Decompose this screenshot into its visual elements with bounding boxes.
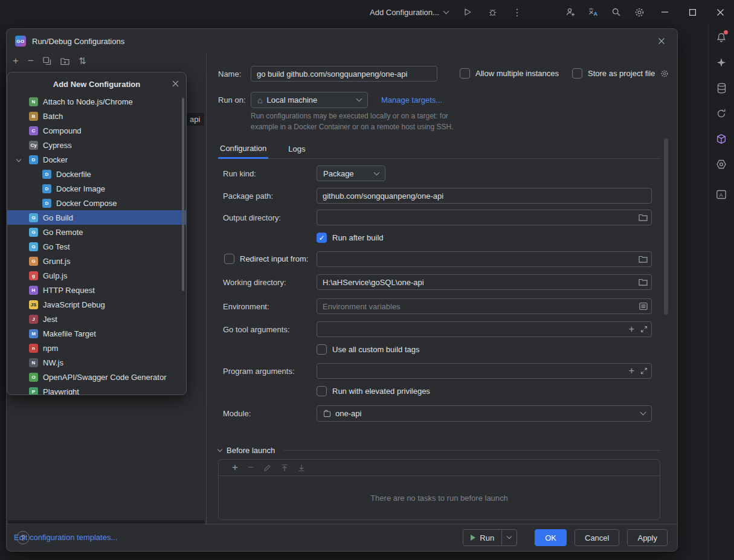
store-as-project-file-checkbox[interactable] bbox=[572, 68, 582, 79]
search-icon[interactable] bbox=[605, 0, 628, 24]
folder-icon[interactable] bbox=[639, 256, 648, 263]
config-type-item[interactable]: NNW.js bbox=[7, 355, 186, 370]
config-type-item[interactable]: JSJavaScript Debug bbox=[7, 297, 186, 312]
tab-configuration[interactable]: Configuration bbox=[218, 139, 268, 159]
add-icon[interactable]: + bbox=[13, 57, 19, 65]
structure-icon[interactable]: A bbox=[714, 187, 729, 202]
chevron-down-icon[interactable] bbox=[16, 157, 21, 162]
run-options-chevron[interactable] bbox=[502, 530, 517, 546]
config-type-item[interactable]: nnpm bbox=[7, 341, 186, 355]
notifications-icon[interactable] bbox=[714, 30, 729, 45]
minimize-icon[interactable] bbox=[651, 0, 678, 24]
popup-scrollbar[interactable] bbox=[182, 98, 184, 291]
add-macro-icon[interactable]: + bbox=[629, 326, 634, 333]
move-down-icon[interactable] bbox=[298, 464, 305, 472]
env-variables-list-icon[interactable] bbox=[639, 302, 648, 311]
edit-task-icon[interactable] bbox=[263, 464, 271, 472]
config-type-item[interactable]: JJest bbox=[7, 312, 186, 326]
run-icon[interactable] bbox=[462, 0, 474, 24]
ai-assistant-icon[interactable] bbox=[714, 56, 729, 70]
chevron-down-icon[interactable] bbox=[217, 446, 222, 451]
output-directory-input[interactable] bbox=[317, 210, 652, 225]
run-after-build-checkbox[interactable] bbox=[317, 233, 327, 243]
form-scrollbar[interactable] bbox=[664, 138, 668, 315]
copy-icon[interactable] bbox=[43, 57, 51, 65]
dependencies-icon[interactable] bbox=[714, 132, 729, 146]
redirect-input-input[interactable] bbox=[317, 251, 652, 267]
config-type-label: Jest bbox=[43, 315, 57, 324]
debug-icon[interactable] bbox=[487, 0, 499, 24]
expand-field-icon[interactable] bbox=[640, 326, 648, 333]
config-type-item[interactable]: GGo Test bbox=[7, 239, 186, 254]
close-icon[interactable] bbox=[706, 0, 734, 24]
dialog-close-icon[interactable] bbox=[654, 34, 669, 48]
package-path-input[interactable] bbox=[317, 188, 652, 204]
translate-icon[interactable]: A bbox=[582, 0, 605, 24]
cancel-button[interactable]: Cancel bbox=[575, 529, 619, 546]
expand-field-icon[interactable] bbox=[640, 367, 648, 375]
database-icon[interactable] bbox=[714, 81, 729, 95]
add-task-icon[interactable]: + bbox=[232, 462, 238, 474]
config-type-item[interactable]: GGo Remote bbox=[7, 225, 186, 239]
config-type-item[interactable]: PPlaywright bbox=[7, 384, 186, 395]
remove-task-icon[interactable]: − bbox=[248, 462, 254, 474]
program-arguments-input[interactable] bbox=[317, 363, 652, 379]
tab-logs[interactable]: Logs bbox=[286, 139, 307, 159]
move-up-icon[interactable] bbox=[281, 464, 288, 472]
more-icon[interactable]: ⋮ bbox=[512, 0, 522, 24]
run-config-selector[interactable]: Add Configuration... bbox=[370, 8, 448, 17]
config-type-item[interactable]: gGulp.js bbox=[7, 268, 186, 283]
custom-build-tags-checkbox[interactable] bbox=[317, 344, 327, 355]
services-icon[interactable] bbox=[714, 157, 729, 172]
sync-icon[interactable] bbox=[714, 106, 729, 121]
config-type-label: NW.js bbox=[43, 358, 63, 367]
run-after-build-label: Run after build bbox=[332, 233, 384, 242]
settings-icon[interactable] bbox=[628, 0, 651, 24]
working-directory-input[interactable] bbox=[317, 274, 652, 290]
new-folder-icon[interactable] bbox=[60, 57, 69, 65]
run-on-select[interactable]: ⌂ Local machine bbox=[251, 92, 368, 108]
popup-close-icon[interactable] bbox=[170, 79, 180, 88]
run-split-button[interactable]: Run bbox=[463, 529, 517, 546]
store-settings-icon[interactable] bbox=[660, 69, 669, 78]
go-tool-arguments-input[interactable] bbox=[317, 321, 652, 337]
allow-multiple-instances-checkbox[interactable] bbox=[460, 68, 470, 79]
ok-button[interactable]: OK bbox=[535, 529, 567, 546]
config-type-item[interactable]: DDockerfile bbox=[7, 167, 186, 181]
config-type-item[interactable]: CCompound bbox=[7, 123, 186, 138]
apply-button[interactable]: Apply bbox=[627, 529, 668, 546]
sort-icon[interactable]: ⇅ bbox=[79, 57, 86, 65]
environment-input[interactable] bbox=[317, 298, 652, 314]
module-label: Module: bbox=[223, 405, 251, 421]
dialog-title: Run/Debug Configurations bbox=[32, 37, 124, 46]
run-kind-select[interactable]: Package bbox=[317, 166, 385, 181]
name-input[interactable] bbox=[251, 66, 437, 82]
config-type-item[interactable]: CyCypress bbox=[7, 138, 186, 152]
config-type-item[interactable]: MMakefile Target bbox=[7, 326, 186, 341]
help-button[interactable]: ? bbox=[16, 531, 30, 544]
config-type-item[interactable]: HHTTP Request bbox=[7, 283, 186, 297]
config-type-item[interactable]: DDocker Compose bbox=[7, 196, 186, 210]
maximize-icon[interactable] bbox=[678, 0, 706, 24]
elevated-privileges-checkbox[interactable] bbox=[317, 386, 327, 396]
config-type-item[interactable]: OOpenAPI/Swagger Code Generator bbox=[7, 370, 186, 384]
redirect-input-checkbox[interactable] bbox=[224, 254, 234, 264]
before-launch-header: Before launch bbox=[218, 446, 660, 455]
run-on-label: Run on: bbox=[218, 92, 246, 108]
config-type-item[interactable]: DDocker Image bbox=[7, 181, 186, 196]
manage-targets-link[interactable]: Manage targets... bbox=[381, 95, 442, 105]
config-type-item[interactable]: GGo Build bbox=[7, 210, 186, 225]
add-macro-icon[interactable]: + bbox=[629, 367, 634, 375]
folder-icon[interactable] bbox=[639, 214, 648, 222]
run-on-hint: Run configurations may be executed local… bbox=[251, 111, 454, 132]
module-select[interactable]: one-api bbox=[317, 405, 652, 422]
config-type-item[interactable]: BBatch bbox=[7, 109, 186, 123]
config-type-item[interactable]: NAttach to Node.js/Chrome bbox=[7, 94, 186, 109]
cypress-icon: Cy bbox=[29, 141, 38, 150]
folder-icon[interactable] bbox=[639, 278, 648, 286]
config-type-item[interactable]: GGrunt.js bbox=[7, 254, 186, 268]
config-type-item[interactable]: DDocker bbox=[7, 152, 186, 167]
remove-icon[interactable]: − bbox=[28, 57, 34, 65]
add-user-icon[interactable] bbox=[559, 0, 582, 24]
npm-icon: n bbox=[29, 344, 38, 353]
